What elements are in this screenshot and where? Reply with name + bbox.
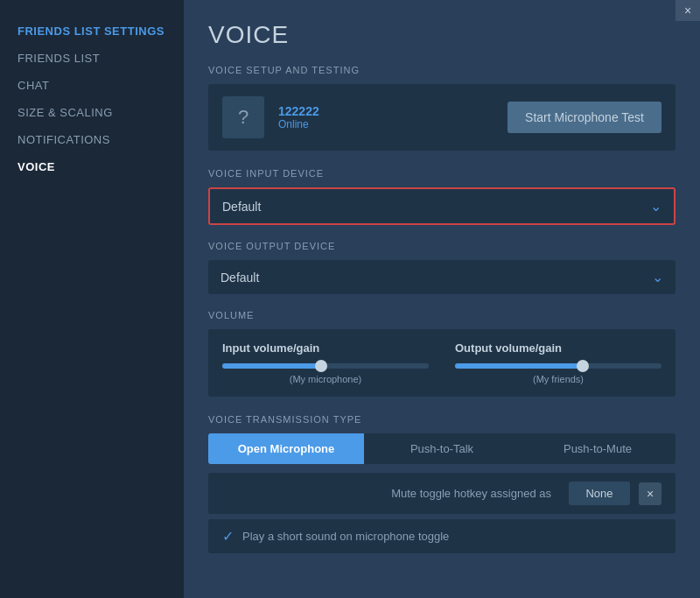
volume-section: VOLUME Input volume/gain (My microphone)… (208, 310, 676, 397)
username: 122222 (278, 104, 494, 118)
hotkey-clear-button[interactable]: × (639, 482, 662, 505)
push-to-mute-button[interactable]: Push-to-Mute (520, 433, 676, 464)
voice-input-dropdown[interactable]: Default ⌄ (208, 187, 676, 225)
voice-setup-panel: ? 122222 Online Start Microphone Test (208, 84, 676, 151)
push-to-talk-button[interactable]: Push-to-Talk (364, 433, 520, 464)
mute-hotkey-row: Mute toggle hotkey assigned as None × (208, 473, 676, 514)
checkmark-icon: ✓ (222, 528, 234, 545)
open-microphone-button[interactable]: Open Microphone (208, 433, 364, 464)
checkbox-row[interactable]: ✓ Play a short sound on microphone toggl… (208, 519, 676, 553)
input-volume-label: Input volume/gain (222, 341, 429, 355)
sidebar-item-friends-list[interactable]: FRIENDS LIST (0, 45, 184, 72)
output-volume-fill (455, 363, 583, 369)
mic-test-button[interactable]: Start Microphone Test (508, 102, 662, 133)
sidebar-item-size-scaling[interactable]: SIZE & SCALING (0, 99, 184, 126)
sidebar: FRIENDS LIST SETTINGS FRIENDS LIST CHAT … (0, 0, 184, 598)
sidebar-item-chat[interactable]: CHAT (0, 72, 184, 99)
hotkey-value[interactable]: None (569, 482, 630, 505)
settings-window: × FRIENDS LIST SETTINGS FRIENDS LIST CHA… (0, 0, 700, 598)
voice-input-label: VOICE INPUT DEVICE (208, 168, 676, 179)
transmission-label: VOICE TRANSMISSION TYPE (208, 414, 676, 425)
input-volume-fill (222, 363, 321, 369)
voice-input-value: Default (222, 200, 650, 214)
voice-input-section: VOICE INPUT DEVICE Default ⌄ (208, 168, 676, 225)
volume-label: VOLUME (208, 310, 676, 320)
voice-output-value: Default (220, 271, 652, 285)
volume-controls: Input volume/gain (My microphone) Output… (208, 329, 676, 397)
transmission-buttons: Open Microphone Push-to-Talk Push-to-Mut… (208, 433, 676, 464)
input-volume-thumb[interactable] (315, 360, 327, 372)
user-info: 122222 Online (278, 104, 494, 130)
voice-output-dropdown[interactable]: Default ⌄ (208, 260, 676, 294)
checkbox-label: Play a short sound on microphone toggle (242, 530, 449, 543)
page-title: VOICE (208, 21, 676, 49)
main-content: VOICE VOICE SETUP AND TESTING ? 122222 O… (184, 0, 700, 598)
sidebar-item-friends-list-settings[interactable]: FRIENDS LIST SETTINGS (0, 18, 184, 45)
voice-output-label: VOICE OUTPUT DEVICE (208, 241, 676, 251)
avatar: ? (222, 96, 264, 138)
output-volume-control: Output volume/gain (My friends) (455, 341, 662, 384)
mute-hotkey-label: Mute toggle hotkey assigned as (222, 487, 560, 500)
voice-setup-label: VOICE SETUP AND TESTING (208, 65, 676, 75)
input-volume-sublabel: (My microphone) (222, 374, 429, 384)
output-volume-thumb[interactable] (577, 360, 589, 372)
input-volume-slider[interactable] (222, 363, 429, 369)
chevron-down-icon2: ⌄ (652, 269, 663, 285)
output-volume-sublabel: (My friends) (455, 374, 662, 384)
input-volume-control: Input volume/gain (My microphone) (222, 341, 429, 384)
output-volume-slider[interactable] (455, 363, 662, 369)
sidebar-item-notifications[interactable]: NOTIFICATIONS (0, 126, 184, 153)
chevron-down-icon: ⌄ (650, 198, 662, 215)
voice-output-section: VOICE OUTPUT DEVICE Default ⌄ (208, 241, 676, 294)
close-button[interactable]: × (676, 0, 700, 21)
user-status: Online (278, 118, 494, 130)
output-volume-label: Output volume/gain (455, 341, 662, 355)
sidebar-item-voice[interactable]: VOICE (0, 153, 184, 180)
transmission-section: VOICE TRANSMISSION TYPE Open Microphone … (208, 414, 676, 553)
